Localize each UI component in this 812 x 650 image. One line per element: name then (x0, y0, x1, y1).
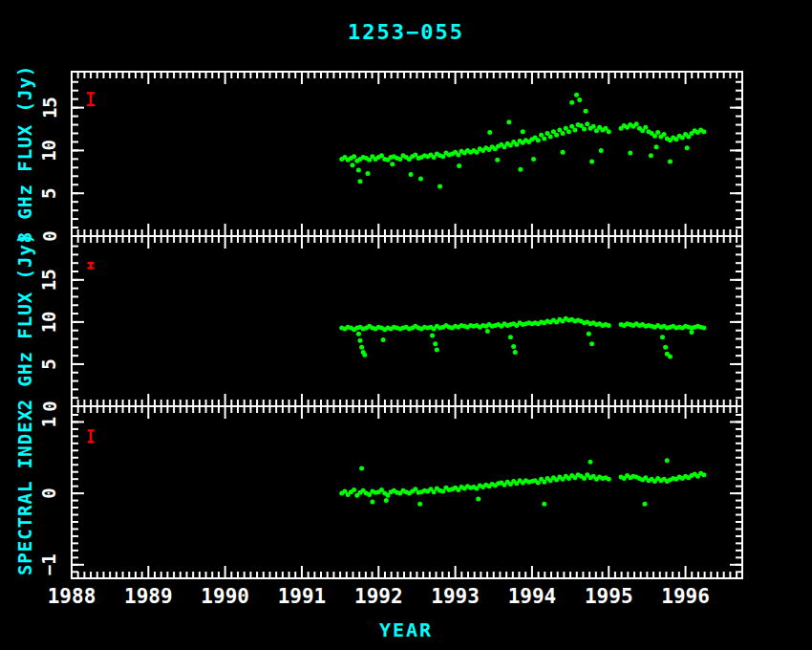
y-tick-label: 5 (39, 358, 60, 369)
data-point (701, 326, 706, 331)
y-axis-label-8ghz: 8 GHz FLUX (Jy) (14, 65, 35, 244)
x-tick-label: 1991 (278, 585, 327, 608)
x-tick-label: 1990 (201, 585, 249, 608)
y-tick-label: 10 (39, 311, 60, 333)
data-point (607, 323, 611, 328)
data-point-outlier (654, 144, 659, 149)
data-point-outlier (660, 335, 665, 339)
data-point (582, 127, 587, 132)
panel-frame-2ghz-flux (72, 236, 742, 406)
data-point-outlier (513, 350, 518, 355)
x-tick-label: 1994 (508, 585, 557, 608)
y-tick-label: −1 (39, 553, 60, 575)
data-point-outlier (521, 129, 525, 134)
data-point (701, 472, 706, 477)
x-tick-label: 1992 (354, 585, 403, 608)
data-point-outlier (417, 502, 422, 507)
data-point-outlier (531, 157, 536, 162)
data-point (572, 127, 577, 132)
x-tick-label: 1989 (124, 585, 173, 608)
y-tick-label: 0 (39, 401, 60, 411)
figure-title: 1253−055 (348, 20, 464, 44)
data-point-outlier (589, 341, 594, 346)
data-point-outlier (366, 171, 371, 176)
y-axis-label-2ghz: 2 GHz FLUX (Jy) (14, 232, 35, 411)
data-point-outlier (577, 98, 582, 102)
data-point-outlier (362, 353, 367, 358)
y-tick-label: 1 (39, 417, 60, 427)
x-tick-label: 1996 (661, 585, 710, 608)
data-point-outlier (511, 344, 516, 349)
data-point (643, 125, 648, 130)
data-point (701, 129, 706, 134)
data-point (662, 132, 667, 137)
data-point-outlier (587, 332, 591, 336)
data-point-outlier (689, 330, 694, 335)
data-point-outlier (506, 119, 511, 124)
data-point (591, 124, 596, 129)
data-point-outlier (588, 460, 592, 465)
data-point-outlier (663, 345, 668, 350)
data-point-outlier (485, 329, 490, 334)
data-point-outlier (487, 130, 492, 135)
x-tick-label: 1988 (48, 585, 96, 608)
data-point (352, 154, 356, 159)
data-point-outlier (508, 335, 513, 339)
data-point-outlier (370, 500, 374, 505)
data-point-outlier (665, 458, 670, 463)
data-point-outlier (358, 179, 363, 184)
data-point-outlier (542, 502, 546, 507)
y-tick-label: 0 (39, 488, 60, 498)
data-point-outlier (381, 337, 386, 342)
data-point-outlier (668, 160, 673, 164)
data-point-outlier (574, 93, 579, 98)
data-point (566, 129, 571, 134)
data-point-outlier (584, 109, 588, 114)
y-tick-label: 15 (39, 97, 60, 119)
y-tick-label: 10 (39, 140, 60, 162)
data-point (352, 488, 356, 492)
data-point-outlier (433, 341, 438, 346)
data-point (655, 130, 660, 135)
plot-canvas: 15105015105010−1198819891990199119921993… (0, 0, 812, 650)
data-point-outlier (569, 100, 574, 105)
data-point-outlier (668, 355, 673, 359)
data-point-outlier (435, 347, 439, 352)
data-point-outlier (359, 466, 364, 470)
data-point-outlier (430, 333, 435, 337)
data-point-outlier (628, 151, 632, 156)
y-tick-label: 0 (39, 230, 60, 241)
data-point-outlier (685, 145, 690, 150)
data-point-outlier (561, 150, 566, 155)
data-point-outlier (390, 162, 395, 166)
data-point-outlier (384, 498, 389, 503)
data-point (634, 121, 639, 126)
data-point-outlier (589, 160, 594, 164)
x-tick-label: 1993 (431, 585, 480, 608)
data-point-outlier (642, 502, 647, 507)
data-point (554, 133, 559, 138)
y-tick-label: 5 (39, 187, 60, 198)
y-tick-label: 15 (39, 269, 60, 291)
data-point (607, 477, 611, 482)
data-point-outlier (599, 148, 604, 153)
data-point-outlier (350, 162, 354, 167)
data-point-outlier (418, 176, 423, 181)
data-point-outlier (649, 153, 653, 158)
data-point-outlier (358, 338, 363, 343)
data-point (542, 136, 546, 141)
data-point-outlier (359, 345, 364, 350)
data-point-outlier (438, 184, 442, 189)
light-curve-figure: 1253−055 15105015105010−1198819891990199… (0, 0, 812, 650)
panel-frame-8ghz-flux (72, 72, 742, 236)
x-tick-label: 1995 (585, 585, 633, 608)
data-point (548, 135, 553, 140)
data-point-outlier (356, 168, 361, 173)
data-point-outlier (495, 158, 500, 162)
data-point-outlier (356, 332, 361, 336)
y-axis-label-spectral-index: SPECTRAL INDEX (14, 409, 35, 575)
data-point (585, 121, 589, 126)
x-axis-label: YEAR (379, 618, 433, 641)
data-point-outlier (476, 497, 481, 502)
data-point-outlier (457, 163, 461, 168)
